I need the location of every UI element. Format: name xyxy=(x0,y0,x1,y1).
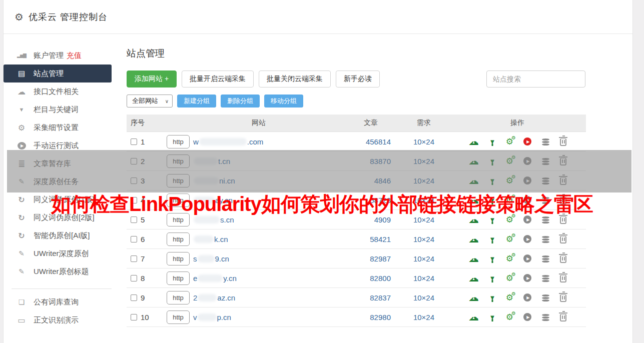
sidebar-item[interactable]: 栏目与关键词 xyxy=(4,100,120,118)
delete-group-button[interactable]: 删除分组 xyxy=(221,94,260,108)
site-domain-link[interactable]: e y.cn xyxy=(193,274,237,282)
row-index: 10 xyxy=(141,313,149,322)
article-count-link[interactable]: 82980 xyxy=(351,313,391,322)
database-icon[interactable] xyxy=(542,138,550,145)
recharge-link[interactable]: 充值 xyxy=(67,51,82,60)
http-protocol-button[interactable]: http xyxy=(167,232,190,246)
http-protocol-button[interactable]: http xyxy=(167,291,190,304)
batch-open-cloud-button[interactable]: 批量开启云端采集 xyxy=(182,70,254,88)
demand-link[interactable]: 10×24 xyxy=(401,138,447,146)
newbie-guide-button[interactable]: 新手必读 xyxy=(336,70,380,88)
filter-icon[interactable] xyxy=(489,255,495,262)
trash-icon[interactable] xyxy=(560,256,566,263)
actions-cell xyxy=(468,136,566,147)
play-icon[interactable] xyxy=(523,294,531,302)
article-count-link[interactable]: 456814 xyxy=(351,138,391,146)
gears-icon[interactable] xyxy=(506,136,513,147)
sidebar-item-label: 手动运行测试 xyxy=(34,141,79,150)
sidebar-item[interactable]: 站点管理 xyxy=(4,64,112,82)
site-domain-link[interactable]: v p.cn xyxy=(193,313,231,322)
gears-icon[interactable] xyxy=(506,292,513,303)
demand-link[interactable]: 10×24 xyxy=(401,274,447,282)
row-checkbox[interactable] xyxy=(131,256,137,262)
database-icon[interactable] xyxy=(542,294,550,301)
sidebar-item[interactable]: UWriter原创标题 xyxy=(4,262,120,280)
sidebar-item[interactable]: 采集细节设置 xyxy=(4,118,120,136)
play-icon[interactable] xyxy=(523,138,531,146)
row-checkbox[interactable] xyxy=(131,236,137,242)
sidebar-item[interactable]: UWriter深度原创 xyxy=(4,244,120,262)
site-domain-link[interactable]: k.cn xyxy=(193,235,228,244)
move-group-button[interactable]: 移动分组 xyxy=(264,94,303,108)
site-domain-link[interactable]: 2 az.cn xyxy=(193,294,235,302)
filter-icon[interactable] xyxy=(489,294,495,302)
trash-icon[interactable] xyxy=(560,138,566,146)
domain-suffix: k.cn xyxy=(214,235,228,244)
database-icon[interactable] xyxy=(542,274,550,282)
cloud-upload-icon[interactable] xyxy=(468,255,479,262)
gears-icon[interactable] xyxy=(506,254,513,264)
filter-icon[interactable] xyxy=(489,138,495,146)
new-group-button[interactable]: 新建分组 xyxy=(177,94,216,108)
http-protocol-button[interactable]: http xyxy=(167,135,190,148)
sidebar-item[interactable]: 公有词库查询 xyxy=(4,293,120,311)
site-domain-link[interactable]: w .com xyxy=(193,138,263,146)
demand-link[interactable]: 10×24 xyxy=(401,313,447,322)
sidebar-item[interactable]: 智能伪原创[AI版] xyxy=(4,226,120,244)
demand-link[interactable]: 10×24 xyxy=(401,294,447,302)
actions-cell xyxy=(468,234,566,244)
gears-icon[interactable] xyxy=(506,234,513,244)
database-icon[interactable] xyxy=(542,255,550,262)
sidebar-item-icon xyxy=(16,106,28,112)
sidebar-item[interactable]: 接口文件相关 xyxy=(4,82,120,100)
article-count-link[interactable]: 82800 xyxy=(351,274,391,282)
sidebar-item-icon xyxy=(16,316,28,325)
cloud-upload-icon[interactable] xyxy=(468,294,479,301)
gears-icon[interactable] xyxy=(506,273,513,284)
site-domain-link[interactable]: s 9.cn xyxy=(193,254,229,263)
gears-icon[interactable] xyxy=(506,312,513,322)
cloud-upload-icon[interactable] xyxy=(468,138,479,145)
demand-link[interactable]: 10×24 xyxy=(401,254,447,263)
play-icon[interactable] xyxy=(523,235,531,243)
sidebar-item[interactable]: 正文识别演示 xyxy=(4,311,120,329)
http-protocol-button[interactable]: http xyxy=(167,272,190,285)
trash-icon[interactable] xyxy=(560,236,566,244)
row-index: 6 xyxy=(141,235,145,244)
http-protocol-button[interactable]: http xyxy=(167,310,190,324)
filter-icon[interactable] xyxy=(489,236,495,243)
filter-icon[interactable] xyxy=(489,274,495,282)
filter-icon[interactable] xyxy=(489,314,495,321)
sidebar-item-label: 站点管理 xyxy=(34,69,64,78)
batch-close-cloud-button[interactable]: 批量关闭云端采集 xyxy=(259,70,331,88)
database-icon[interactable] xyxy=(542,314,550,320)
row-checkbox[interactable] xyxy=(131,294,137,301)
cloud-upload-icon[interactable] xyxy=(468,314,479,320)
article-count-link[interactable]: 58421 xyxy=(351,235,391,244)
play-icon[interactable] xyxy=(523,274,531,282)
trash-icon[interactable] xyxy=(560,294,566,302)
sidebar-item-icon xyxy=(16,69,28,78)
http-protocol-button[interactable]: http xyxy=(167,252,190,266)
row-checkbox[interactable] xyxy=(131,138,137,145)
play-icon[interactable] xyxy=(523,254,531,262)
sidebar-item-icon xyxy=(16,53,28,58)
table-header-row: 序号 网站 文章 需求 操作 xyxy=(127,114,586,132)
trash-icon[interactable] xyxy=(560,275,566,282)
add-site-button[interactable]: 添加网站 + xyxy=(127,70,177,88)
domain-suffix: az.cn xyxy=(217,294,235,302)
demand-link[interactable]: 10×24 xyxy=(401,235,447,244)
site-search-input[interactable] xyxy=(486,70,585,88)
row-checkbox[interactable] xyxy=(131,314,137,320)
trash-icon[interactable] xyxy=(560,314,566,322)
sidebar-item[interactable]: 账户管理 充值 xyxy=(4,46,120,64)
cloud-upload-icon[interactable] xyxy=(468,236,479,242)
cloud-upload-icon[interactable] xyxy=(468,274,479,282)
article-count-link[interactable]: 82987 xyxy=(351,254,391,263)
table-row: 10 http v p.cn 82980 10×24 xyxy=(127,308,586,327)
play-icon[interactable] xyxy=(523,313,531,321)
row-checkbox[interactable] xyxy=(131,275,137,282)
database-icon[interactable] xyxy=(542,236,550,242)
group-filter-select[interactable]: 全部网站 ∨ xyxy=(127,94,173,108)
article-count-link[interactable]: 82837 xyxy=(351,294,391,302)
